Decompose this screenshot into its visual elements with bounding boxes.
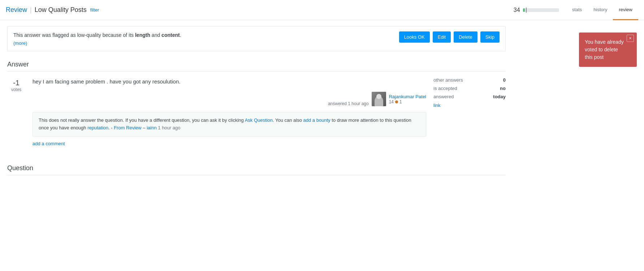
stat-answered: answered today <box>433 94 506 99</box>
comment-time: 1 hour ago <box>157 125 181 130</box>
nav-separator: | <box>30 6 32 14</box>
post-link[interactable]: link <box>433 103 441 108</box>
is-accepted-value: no <box>500 86 506 91</box>
flag-text-end: . <box>180 32 181 38</box>
flag-text-before: This answer was flagged as low-quality b… <box>13 32 135 38</box>
toast-container: You have already voted to delete this po… <box>579 33 637 67</box>
flag-notice-text: This answer was flagged as low-quality b… <box>13 32 181 38</box>
avatar <box>372 92 386 106</box>
ask-question-link[interactable]: Ask Question <box>245 117 273 123</box>
top-nav: Review | Low Quality Posts filter 34 sta… <box>0 0 644 20</box>
answer-with-sidebar: -1 votes hey I am facing same problem . … <box>7 77 506 154</box>
stat-link-row: link <box>433 102 506 108</box>
rep-value: 14 <box>389 99 394 104</box>
answer-header: Answer <box>7 57 506 72</box>
comment-box: This does not really answer the question… <box>33 112 426 137</box>
flag-bold-length: length <box>135 32 150 38</box>
comment-text-4: . - <box>108 125 114 130</box>
answer-meta: answered 1 hour ago Rajankumar Patel 14 … <box>33 92 426 106</box>
answer-body: hey I am facing same problem . have you … <box>33 77 426 146</box>
flag-notice-text-area: This answer was flagged as low-quality b… <box>13 31 181 46</box>
add-bounty-link[interactable]: add a bounty <box>303 117 330 123</box>
review-count: 34 <box>514 7 520 13</box>
answer-area: -1 votes hey I am facing same problem . … <box>7 77 426 146</box>
vote-column: -1 votes <box>7 77 25 146</box>
looks-ok-button[interactable]: Looks OK <box>399 31 430 43</box>
user-rep: 14 1 <box>389 99 426 104</box>
progress-marker <box>526 8 527 13</box>
sidebar-col: other answers 0 is accepted no answered … <box>433 77 506 154</box>
reputation-link[interactable]: reputation <box>87 125 108 130</box>
stat-is-accepted: is accepted no <box>433 86 506 91</box>
filter-link[interactable]: filter <box>90 7 99 13</box>
flag-notice-buttons: Looks OK Edit Delete Skip <box>399 31 500 43</box>
vote-label: votes <box>11 87 22 92</box>
flag-bold-content: content <box>161 32 180 38</box>
answer-text: hey I am facing same problem . have you … <box>33 77 426 86</box>
tab-history[interactable]: history <box>588 0 613 20</box>
user-card: Rajankumar Patel 14 1 <box>372 92 426 106</box>
rep-dot-icon <box>395 100 398 103</box>
stat-other-answers: other answers 0 <box>433 77 506 83</box>
toast-message: You have already voted to delete this po… <box>585 39 624 60</box>
answer-section: Answer -1 votes hey I am facing same pro… <box>7 57 506 175</box>
other-answers-label: other answers <box>433 77 463 83</box>
is-accepted-label: is accepted <box>433 86 457 91</box>
answered-label: answered <box>433 94 454 99</box>
flag-more-link[interactable]: (more) <box>13 40 181 46</box>
comment-text-before: This does not really answer the question… <box>39 117 245 123</box>
commenter-link[interactable]: iainn <box>147 125 156 130</box>
flag-notice: This answer was flagged as low-quality b… <box>7 26 506 51</box>
user-name-link[interactable]: Rajankumar Patel <box>389 94 426 99</box>
answered-time: answered 1 hour ago <box>328 101 369 106</box>
tab-review[interactable]: review <box>613 0 638 20</box>
answer-main-col: -1 votes hey I am facing same problem . … <box>7 77 426 154</box>
toast: You have already voted to delete this po… <box>579 33 637 67</box>
question-section: Question <box>7 161 506 175</box>
comment-text-2: . You can also <box>273 117 303 123</box>
tab-stats[interactable]: stats <box>566 0 588 20</box>
nav-right: 34 stats history review <box>514 0 638 20</box>
question-header: Question <box>7 161 506 175</box>
page-title: Low Quality Posts <box>35 6 87 14</box>
skip-button[interactable]: Skip <box>480 31 500 43</box>
other-answers-value: 0 <box>503 77 506 83</box>
flag-text-middle: and <box>150 32 161 38</box>
vote-count: -1 <box>13 79 20 87</box>
comment-dash: – <box>142 125 147 130</box>
delete-button[interactable]: Delete <box>454 31 477 43</box>
toast-close-button[interactable]: × <box>627 35 634 42</box>
review-link[interactable]: Review <box>6 6 27 14</box>
from-review-link[interactable]: From Review <box>114 125 142 130</box>
progress-bar-fill <box>523 8 525 12</box>
badge-count: 1 <box>399 99 402 104</box>
main-content: This answer was flagged as low-quality b… <box>0 20 513 187</box>
add-comment-link[interactable]: add a comment <box>33 141 426 146</box>
edit-button[interactable]: Edit <box>433 31 451 43</box>
answered-value: today <box>493 94 506 99</box>
progress-bar <box>523 8 559 12</box>
user-info: Rajankumar Patel 14 1 <box>389 94 426 104</box>
